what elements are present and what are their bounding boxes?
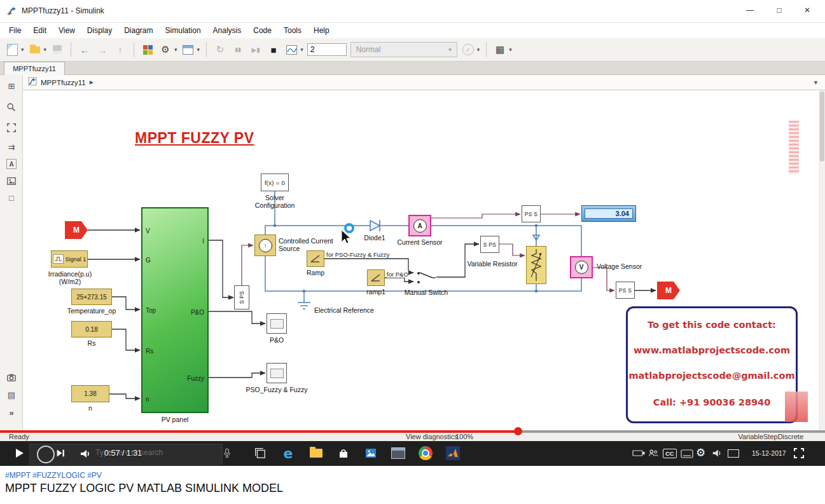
model-canvas[interactable]: MPPT FUZZY PV f(x) = 0 SolverConfigurati… xyxy=(23,90,819,430)
new-model-caret-icon[interactable]: ▾ xyxy=(21,46,24,53)
menu-help[interactable]: Help xyxy=(314,26,329,35)
open-model-icon[interactable] xyxy=(28,43,42,57)
save-model-icon[interactable] xyxy=(50,43,64,57)
canvas-scrollbar-thumb[interactable] xyxy=(820,92,824,161)
area-box-icon[interactable]: □ xyxy=(6,192,17,203)
matlab-icon[interactable] xyxy=(445,445,461,461)
edge-browser-icon[interactable]: e xyxy=(280,445,296,461)
image-icon[interactable] xyxy=(6,175,17,187)
touch-keyboard-icon[interactable] xyxy=(681,449,693,458)
next-button[interactable] xyxy=(55,447,66,459)
people-tray-icon[interactable] xyxy=(648,447,659,459)
menu-analysis[interactable]: Analysis xyxy=(213,26,242,35)
scope-caret-icon[interactable]: ▾ xyxy=(300,46,303,53)
menu-file[interactable]: File xyxy=(9,26,21,35)
fast-restart-icon[interactable]: ↻ xyxy=(213,43,227,57)
voltage-sensor-block[interactable]: V xyxy=(570,256,593,278)
dock-browser-icon[interactable]: ⊞ xyxy=(6,80,17,92)
ramp-block[interactable] xyxy=(307,250,324,267)
snapshot-camera-icon[interactable] xyxy=(6,372,17,383)
step-forward-icon[interactable]: ▶▮ xyxy=(249,43,263,57)
diagnostics-check-icon[interactable]: ✓ xyxy=(461,43,475,57)
schedule-editor-grid-icon[interactable]: ▦ xyxy=(493,43,507,57)
controlled-current-source-block[interactable]: ↑ xyxy=(254,235,276,256)
photos-icon[interactable] xyxy=(363,445,379,461)
volume-button[interactable] xyxy=(79,447,92,460)
solver-configuration-block[interactable]: f(x) = 0 xyxy=(261,174,289,191)
po-scope-block[interactable] xyxy=(267,313,287,334)
chrome-icon[interactable] xyxy=(417,445,434,461)
video-hashtags[interactable]: #MPPT #FUZZYLOGIC #PV xyxy=(5,471,102,480)
menu-code[interactable]: Code xyxy=(253,26,272,35)
annotation-icon[interactable]: A xyxy=(6,159,17,169)
viewmarks-icon[interactable]: ▤ xyxy=(6,389,17,400)
battery-tray-icon[interactable] xyxy=(632,449,645,457)
maximize-button[interactable]: □ xyxy=(768,1,790,19)
menu-edit[interactable]: Edit xyxy=(33,26,46,35)
fullscreen-button[interactable] xyxy=(793,447,805,460)
open-model-caret-icon[interactable]: ▾ xyxy=(44,46,47,53)
zoom-icon[interactable] xyxy=(6,102,17,113)
close-button[interactable]: ✕ xyxy=(796,1,818,19)
menu-view[interactable]: View xyxy=(59,26,75,35)
forward-icon[interactable]: → xyxy=(95,43,109,57)
pso-fuzzy-scope-block[interactable] xyxy=(267,363,287,383)
stop-time-input[interactable] xyxy=(307,43,347,56)
file-explorer-icon[interactable] xyxy=(308,445,324,461)
model-settings-caret-icon[interactable]: ▾ xyxy=(174,46,177,53)
play-button[interactable] xyxy=(13,447,25,460)
cc-button[interactable]: CC xyxy=(663,449,677,458)
tab-mpptfuzzy11[interactable]: MPPTfuzzy11 xyxy=(4,62,65,75)
manual-switch-block[interactable] xyxy=(415,267,438,287)
tray-volume-icon[interactable] xyxy=(711,447,723,459)
ps-simulink-converter-top-block[interactable]: PS S xyxy=(522,205,541,222)
simulation-scope-icon[interactable] xyxy=(284,43,298,57)
fit-to-view-icon[interactable] xyxy=(6,122,17,133)
signal-direction-icon[interactable]: ⇉ xyxy=(6,141,17,153)
ramp1-block[interactable] xyxy=(367,269,385,286)
rs-constant-block[interactable]: 0.18 xyxy=(71,321,112,337)
n-constant-block[interactable]: 1.38 xyxy=(71,385,109,402)
breadcrumb-dropdown-icon[interactable]: ▼ xyxy=(813,79,819,86)
minimize-button[interactable]: — xyxy=(739,1,761,19)
display-block[interactable]: 3.04 xyxy=(581,205,636,222)
stop-icon[interactable]: ■ xyxy=(267,43,281,57)
app-window-icon[interactable] xyxy=(390,445,406,461)
model-data-editor-icon[interactable] xyxy=(181,43,195,57)
model-settings-gear-icon[interactable]: ⚙ xyxy=(158,43,172,57)
pause-icon[interactable]: ▮▮ xyxy=(231,43,245,57)
menu-display[interactable]: Display xyxy=(87,26,112,35)
breadcrumb-arrow-icon[interactable]: ▶ xyxy=(90,79,94,85)
menu-tools[interactable]: Tools xyxy=(284,26,302,35)
status-view-diagnostics[interactable]: View diagnostics xyxy=(406,433,458,440)
video-progress-scrubber[interactable] xyxy=(514,427,522,435)
schedule-caret-icon[interactable]: ▾ xyxy=(509,46,512,53)
back-icon[interactable]: ← xyxy=(78,43,92,57)
library-browser-icon[interactable] xyxy=(141,43,155,57)
task-view-icon[interactable] xyxy=(252,445,268,461)
simulink-app-icon xyxy=(6,6,17,19)
diagnostics-caret-icon[interactable]: ▾ xyxy=(477,46,480,53)
simulation-mode-select[interactable]: Normal▾ xyxy=(350,42,457,57)
current-sensor-block[interactable]: A xyxy=(408,215,431,236)
variable-resistor-block[interactable] xyxy=(526,246,546,284)
signal1-block[interactable]: Signal 1 xyxy=(51,250,88,268)
store-icon[interactable] xyxy=(335,445,352,461)
breadcrumb-path[interactable]: MPPTfuzzy11 xyxy=(41,79,86,86)
cortana-circle-icon[interactable] xyxy=(37,446,55,463)
ps-simulink-converter-bottom-block[interactable]: PS S xyxy=(616,282,635,299)
temperature-constant-block[interactable]: 25+273.15 xyxy=(71,289,112,305)
menu-diagram[interactable]: Diagram xyxy=(124,26,153,35)
simulink-ps-converter-block[interactable]: S PS xyxy=(480,236,499,253)
pv-panel-block[interactable]: V G Top Rs n I P&O Fuzzy xyxy=(141,207,209,413)
menu-simulation[interactable]: Simulation xyxy=(165,26,201,35)
simulink-ps-converter-vertical-block[interactable]: S PS xyxy=(234,285,249,310)
settings-gear-icon[interactable]: ⚙ xyxy=(696,446,705,460)
tray-date[interactable]: 15-12-2017 xyxy=(752,449,786,457)
up-to-parent-icon[interactable]: ↑ xyxy=(113,43,127,57)
miniplayer-button[interactable] xyxy=(728,449,739,458)
model-data-caret-icon[interactable]: ▾ xyxy=(197,46,200,53)
microphone-icon[interactable] xyxy=(223,447,232,460)
new-model-icon[interactable] xyxy=(5,43,19,57)
expand-panel-icon[interactable]: » xyxy=(6,407,17,418)
